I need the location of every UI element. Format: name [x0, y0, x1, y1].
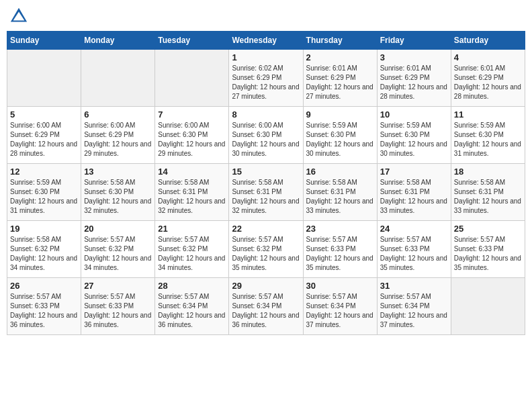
day-info: Sunrise: 5:57 AMSunset: 6:33 PMDaylight:… [84, 292, 152, 330]
calendar-cell: 28Sunrise: 5:57 AMSunset: 6:34 PMDayligh… [155, 278, 229, 335]
day-number: 24 [380, 224, 448, 234]
calendar-cell: 19Sunrise: 5:58 AMSunset: 6:32 PMDayligh… [7, 221, 81, 278]
calendar-cell: 8Sunrise: 6:00 AMSunset: 6:30 PMDaylight… [229, 107, 303, 164]
calendar-cell: 21Sunrise: 5:57 AMSunset: 6:32 PMDayligh… [155, 221, 229, 278]
calendar-cell: 2Sunrise: 6:01 AMSunset: 6:29 PMDaylight… [303, 50, 377, 107]
day-number: 7 [158, 109, 226, 120]
calendar-cell [155, 50, 229, 107]
day-number: 3 [380, 52, 448, 62]
col-header-wednesday: Wednesday [229, 32, 303, 50]
col-header-monday: Monday [81, 32, 155, 50]
week-row-4: 26Sunrise: 5:57 AMSunset: 6:33 PMDayligh… [7, 278, 525, 335]
calendar-cell: 1Sunrise: 6:02 AMSunset: 6:29 PMDaylight… [229, 50, 303, 107]
col-header-thursday: Thursday [303, 32, 377, 50]
calendar-cell: 12Sunrise: 5:59 AMSunset: 6:30 PMDayligh… [7, 164, 81, 221]
day-number: 28 [158, 281, 226, 291]
calendar-cell: 10Sunrise: 5:59 AMSunset: 6:30 PMDayligh… [377, 107, 451, 164]
day-info: Sunrise: 5:58 AMSunset: 6:31 PMDaylight:… [380, 178, 448, 216]
day-number: 20 [84, 224, 152, 234]
day-number: 17 [380, 167, 448, 177]
calendar-cell: 14Sunrise: 5:58 AMSunset: 6:31 PMDayligh… [155, 164, 229, 221]
calendar-cell: 31Sunrise: 5:57 AMSunset: 6:34 PMDayligh… [377, 278, 451, 335]
day-info: Sunrise: 6:01 AMSunset: 6:29 PMDaylight:… [306, 64, 374, 101]
calendar-cell: 20Sunrise: 5:57 AMSunset: 6:32 PMDayligh… [81, 221, 155, 278]
logo-icon [9, 7, 28, 26]
calendar-cell: 24Sunrise: 5:57 AMSunset: 6:33 PMDayligh… [377, 221, 451, 278]
day-number: 12 [10, 167, 78, 177]
day-info: Sunrise: 5:58 AMSunset: 6:31 PMDaylight:… [454, 178, 522, 216]
day-info: Sunrise: 5:57 AMSunset: 6:34 PMDaylight:… [232, 292, 300, 330]
day-number: 8 [232, 109, 300, 120]
calendar-cell [7, 50, 81, 107]
calendar-cell: 4Sunrise: 6:01 AMSunset: 6:29 PMDaylight… [451, 50, 525, 107]
day-number: 19 [10, 224, 78, 234]
day-number: 1 [232, 52, 300, 62]
day-info: Sunrise: 5:58 AMSunset: 6:32 PMDaylight:… [10, 235, 78, 273]
calendar-cell [81, 50, 155, 107]
calendar-cell: 11Sunrise: 5:59 AMSunset: 6:30 PMDayligh… [451, 107, 525, 164]
calendar-cell: 23Sunrise: 5:57 AMSunset: 6:33 PMDayligh… [303, 221, 377, 278]
day-info: Sunrise: 6:02 AMSunset: 6:29 PMDaylight:… [232, 64, 300, 101]
logo [9, 7, 31, 26]
day-info: Sunrise: 5:57 AMSunset: 6:32 PMDaylight:… [158, 235, 226, 273]
day-info: Sunrise: 5:58 AMSunset: 6:31 PMDaylight:… [232, 178, 300, 216]
day-number: 23 [306, 224, 374, 234]
day-number: 6 [84, 109, 152, 120]
calendar-cell: 13Sunrise: 5:58 AMSunset: 6:30 PMDayligh… [81, 164, 155, 221]
day-number: 14 [158, 167, 226, 177]
day-number: 16 [306, 167, 374, 177]
day-info: Sunrise: 6:01 AMSunset: 6:29 PMDaylight:… [380, 64, 448, 101]
calendar-cell: 18Sunrise: 5:58 AMSunset: 6:31 PMDayligh… [451, 164, 525, 221]
calendar-cell: 7Sunrise: 6:00 AMSunset: 6:30 PMDaylight… [155, 107, 229, 164]
day-info: Sunrise: 5:57 AMSunset: 6:32 PMDaylight:… [232, 235, 300, 273]
day-info: Sunrise: 6:00 AMSunset: 6:30 PMDaylight:… [158, 121, 226, 158]
week-row-0: 1Sunrise: 6:02 AMSunset: 6:29 PMDaylight… [7, 50, 525, 107]
calendar-cell: 26Sunrise: 5:57 AMSunset: 6:33 PMDayligh… [7, 278, 81, 335]
day-number: 31 [380, 281, 448, 291]
day-info: Sunrise: 5:57 AMSunset: 6:34 PMDaylight:… [158, 292, 226, 330]
col-header-sunday: Sunday [7, 32, 81, 50]
day-number: 13 [84, 167, 152, 177]
day-info: Sunrise: 5:57 AMSunset: 6:34 PMDaylight:… [380, 292, 448, 330]
calendar-cell: 15Sunrise: 5:58 AMSunset: 6:31 PMDayligh… [229, 164, 303, 221]
calendar-cell: 29Sunrise: 5:57 AMSunset: 6:34 PMDayligh… [229, 278, 303, 335]
week-row-2: 12Sunrise: 5:59 AMSunset: 6:30 PMDayligh… [7, 164, 525, 221]
day-info: Sunrise: 5:58 AMSunset: 6:31 PMDaylight:… [158, 178, 226, 216]
calendar-cell: 16Sunrise: 5:58 AMSunset: 6:31 PMDayligh… [303, 164, 377, 221]
day-number: 5 [10, 109, 78, 120]
col-header-tuesday: Tuesday [155, 32, 229, 50]
day-info: Sunrise: 5:57 AMSunset: 6:33 PMDaylight:… [380, 235, 448, 273]
calendar-cell: 5Sunrise: 6:00 AMSunset: 6:29 PMDaylight… [7, 107, 81, 164]
day-number: 25 [454, 224, 522, 234]
day-info: Sunrise: 5:59 AMSunset: 6:30 PMDaylight:… [306, 121, 374, 158]
calendar-header-row: SundayMondayTuesdayWednesdayThursdayFrid… [7, 32, 525, 50]
day-number: 2 [306, 52, 374, 62]
day-info: Sunrise: 5:57 AMSunset: 6:34 PMDaylight:… [306, 292, 374, 330]
calendar-cell: 25Sunrise: 5:57 AMSunset: 6:33 PMDayligh… [451, 221, 525, 278]
day-info: Sunrise: 6:00 AMSunset: 6:29 PMDaylight:… [84, 121, 152, 158]
day-info: Sunrise: 5:58 AMSunset: 6:30 PMDaylight:… [84, 178, 152, 216]
day-info: Sunrise: 5:57 AMSunset: 6:33 PMDaylight:… [306, 235, 374, 273]
day-number: 29 [232, 281, 300, 291]
day-info: Sunrise: 5:59 AMSunset: 6:30 PMDaylight:… [380, 121, 448, 158]
day-number: 4 [454, 52, 522, 62]
day-number: 15 [232, 167, 300, 177]
day-info: Sunrise: 6:00 AMSunset: 6:30 PMDaylight:… [232, 121, 300, 158]
day-number: 22 [232, 224, 300, 234]
day-info: Sunrise: 5:58 AMSunset: 6:31 PMDaylight:… [306, 178, 374, 216]
day-info: Sunrise: 6:00 AMSunset: 6:29 PMDaylight:… [10, 121, 78, 158]
calendar-cell: 30Sunrise: 5:57 AMSunset: 6:34 PMDayligh… [303, 278, 377, 335]
calendar-cell: 27Sunrise: 5:57 AMSunset: 6:33 PMDayligh… [81, 278, 155, 335]
header [7, 7, 525, 26]
day-number: 11 [454, 109, 522, 120]
calendar-cell: 3Sunrise: 6:01 AMSunset: 6:29 PMDaylight… [377, 50, 451, 107]
day-number: 18 [454, 167, 522, 177]
week-row-3: 19Sunrise: 5:58 AMSunset: 6:32 PMDayligh… [7, 221, 525, 278]
day-number: 9 [306, 109, 374, 120]
day-number: 10 [380, 109, 448, 120]
day-info: Sunrise: 5:59 AMSunset: 6:30 PMDaylight:… [10, 178, 78, 216]
calendar-cell [451, 278, 525, 335]
calendar-cell: 9Sunrise: 5:59 AMSunset: 6:30 PMDaylight… [303, 107, 377, 164]
day-info: Sunrise: 5:57 AMSunset: 6:33 PMDaylight:… [454, 235, 522, 273]
day-number: 27 [84, 281, 152, 291]
